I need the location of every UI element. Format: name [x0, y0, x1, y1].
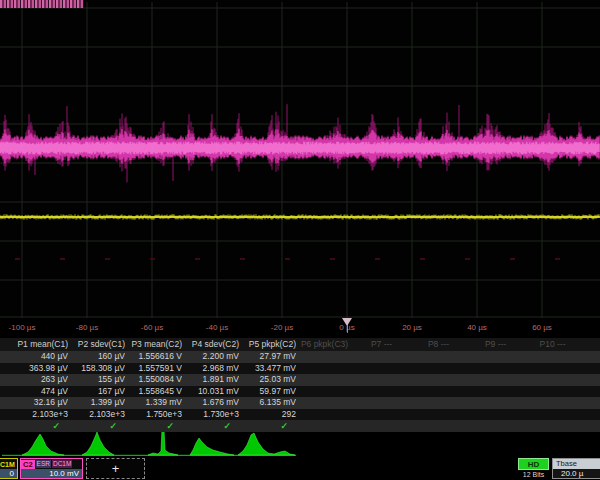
waveform-display[interactable]	[0, 0, 600, 318]
timebase-descriptor[interactable]: Tbase 20.0 µ	[552, 458, 600, 479]
cell-max-p4: 10.031 mV	[182, 386, 239, 398]
cell-sdev-p4: 1.676 mV	[182, 397, 239, 409]
measurement-table: P1 mean(C1)P2 sdev(C1)P3 mean(C2)P4 sdev…	[0, 338, 600, 432]
cell-sdev-p8	[410, 397, 467, 409]
cell-sdev-p11	[581, 397, 600, 409]
histicon-canvas	[0, 432, 600, 458]
cell-value-p2: 160 µV	[68, 351, 125, 363]
cell-sdev-p2: 1.399 µV	[68, 397, 125, 409]
param-header-5[interactable]: P5 pkpk(C2)	[239, 338, 296, 351]
cell-max-p6	[296, 386, 353, 398]
param-header-6[interactable]: P6 pkpk(C3)	[296, 338, 353, 351]
hd-mode-badge[interactable]: HD	[518, 458, 549, 470]
param-header-9[interactable]: P9 ---	[467, 338, 524, 351]
waveform-canvas	[0, 0, 600, 318]
cell-min-p9	[467, 374, 524, 386]
cell-value-p5: 27.97 mV	[239, 351, 296, 363]
cell-mean-p2: 158.308 µV	[68, 363, 125, 375]
cell-num-p3: 1.750e+3	[125, 409, 182, 421]
timebase-label: -60 µs	[141, 323, 163, 332]
cell-status-p6	[296, 420, 353, 432]
histicon-strip[interactable]	[0, 432, 600, 458]
c1-scale-value: 0 mV	[0, 469, 17, 478]
cell-mean-p3: 1.557591 V	[125, 363, 182, 375]
c2-coupling-badge: DC1M	[52, 460, 72, 468]
cell-min-p4: 1.891 mV	[182, 374, 239, 386]
histicon-P1[interactable]	[22, 434, 64, 455]
cell-max-p11	[581, 386, 600, 398]
cell-min-p7	[353, 374, 410, 386]
hd-bits-label: 12 Bits	[516, 471, 551, 478]
timebase-label: 60 µs	[532, 323, 552, 332]
channel-c1-descriptor[interactable]: C1M 0 mV	[0, 458, 18, 479]
table-row-sdev: 32.16 µV1.399 µV1.339 mV1.676 mV6.135 mV	[0, 397, 600, 409]
timebase-label: -40 µs	[206, 323, 228, 332]
c2-channel-tag: C2	[21, 460, 35, 469]
timebase-value: 20.0 µ	[553, 469, 600, 478]
cell-sdev-p10	[524, 397, 581, 409]
table-row-status: ✓✓✓✓✓	[0, 420, 600, 432]
c1-coupling-badge: C1M	[0, 461, 15, 468]
param-header-8[interactable]: P8 ---	[410, 338, 467, 351]
cell-value-p10	[524, 351, 581, 363]
cell-num-p4: 1.730e+3	[182, 409, 239, 421]
cell-value-p11	[581, 351, 600, 363]
cell-max-p2: 167 µV	[68, 386, 125, 398]
cell-min-p5: 25.03 mV	[239, 374, 296, 386]
channel-c2-descriptor[interactable]: C2 ESR DC1M 10.0 mV	[20, 458, 83, 479]
cell-status-p5: ✓	[239, 420, 296, 432]
cell-value-p3: 1.556616 V	[125, 351, 182, 363]
bottom-toolbar: C1M 0 mV C2 ESR DC1M 10.0 mV + HD 12 Bit…	[0, 458, 600, 480]
cell-max-p10	[524, 386, 581, 398]
cell-sdev-p7	[353, 397, 410, 409]
cell-mean-p4: 2.968 mV	[182, 363, 239, 375]
timebase-label: -80 µs	[76, 323, 98, 332]
cell-min-p1: 263 µV	[11, 374, 68, 386]
param-header-1[interactable]: P1 mean(C1)	[11, 338, 68, 351]
histicon-P3[interactable]	[148, 432, 178, 455]
table-row-mean: 363.98 µV158.308 µV1.557591 V2.968 mV33.…	[0, 363, 600, 375]
cell-mean-p1: 363.98 µV	[11, 363, 68, 375]
cell-min-p11	[581, 374, 600, 386]
cell-mean-p7	[353, 363, 410, 375]
cell-mean-p8	[410, 363, 467, 375]
param-header-11[interactable]: P11	[581, 338, 600, 351]
cell-value-p4: 2.200 mV	[182, 351, 239, 363]
cell-num-p7	[353, 409, 410, 421]
timebase-title: Tbase	[553, 459, 600, 469]
cell-value-p8	[410, 351, 467, 363]
cell-max-p8	[410, 386, 467, 398]
cell-max-p5: 59.97 mV	[239, 386, 296, 398]
cell-status-p10	[524, 420, 581, 432]
cell-status-p4: ✓	[182, 420, 239, 432]
param-header-3[interactable]: P3 mean(C2)	[125, 338, 182, 351]
cell-sdev-p6	[296, 397, 353, 409]
param-header-4[interactable]: P4 sdev(C2)	[182, 338, 239, 351]
cell-max-p9	[467, 386, 524, 398]
cell-max-p1: 474 µV	[11, 386, 68, 398]
param-header-2[interactable]: P2 sdev(C1)	[68, 338, 125, 351]
trace-annotation-blob	[0, 0, 84, 8]
cell-num-p5: 292	[239, 409, 296, 421]
cell-sdev-p9	[467, 397, 524, 409]
trigger-position-marker[interactable]	[342, 318, 352, 326]
cell-min-p10	[524, 374, 581, 386]
c2-esr-badge: ESR	[36, 460, 51, 468]
table-row-value: 440 µV160 µV1.556616 V2.200 mV27.97 mV	[0, 351, 600, 363]
cell-num-p10	[524, 409, 581, 421]
cell-status-p11	[581, 420, 600, 432]
cell-sdev-p3: 1.339 mV	[125, 397, 182, 409]
cell-num-p11	[581, 409, 600, 421]
param-header-7[interactable]: P7 ---	[353, 338, 410, 351]
cell-num-p1: 2.103e+3	[11, 409, 68, 421]
histicon-P2[interactable]	[82, 432, 114, 455]
cell-status-p1: ✓	[11, 420, 68, 432]
cell-num-p8	[410, 409, 467, 421]
histicon-P5[interactable]	[238, 433, 295, 455]
histicon-P4[interactable]	[190, 438, 234, 455]
table-row-min: 263 µV155 µV1.550084 V1.891 mV25.03 mV	[0, 374, 600, 386]
add-channel-button[interactable]: +	[86, 458, 145, 479]
cell-mean-p9	[467, 363, 524, 375]
param-header-10[interactable]: P10 ---	[524, 338, 581, 351]
cell-min-p8	[410, 374, 467, 386]
